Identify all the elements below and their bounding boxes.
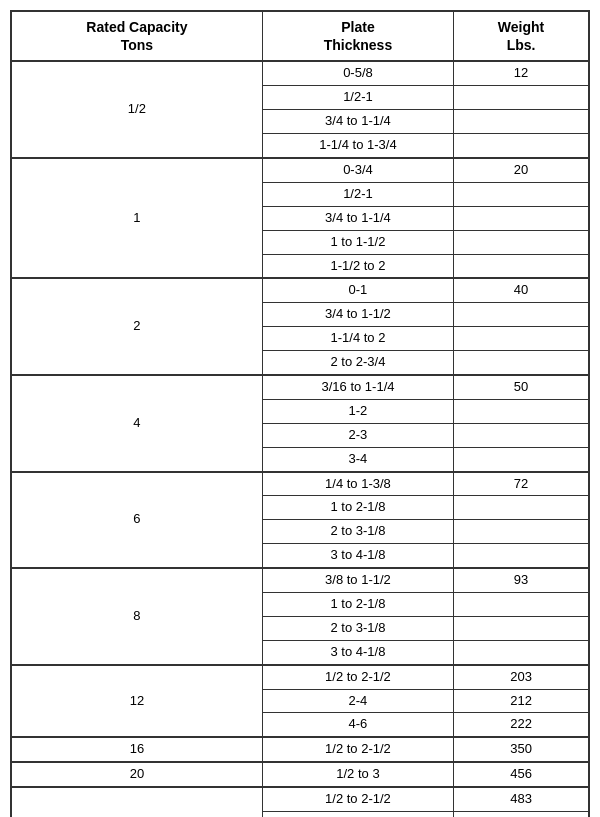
weight-cell (454, 592, 589, 616)
weight-cell (454, 254, 589, 278)
weight-cell: 50 (454, 375, 589, 399)
weight-cell: 222 (454, 713, 589, 737)
thickness-cell: 1-1/4 to 1-3/4 (262, 134, 453, 158)
weight-cell (454, 182, 589, 206)
capacity-cell: 4 (11, 375, 262, 472)
weight-cell: 212 (454, 689, 589, 713)
weight-cell: 483 (454, 787, 589, 811)
thickness-cell: 3/4 to 1-1/4 (262, 110, 453, 134)
weight-cell (454, 447, 589, 471)
thickness-cell: 1/2-1 (262, 86, 453, 110)
weight-cell (454, 496, 589, 520)
weight-cell: 495 (454, 811, 589, 817)
header-weight: WeightLbs. (454, 11, 589, 61)
thickness-cell: 2-4 (262, 689, 453, 713)
capacity-cell: 6 (11, 472, 262, 569)
weight-cell (454, 327, 589, 351)
capacity-cell: 12 (11, 665, 262, 738)
weight-cell: 20 (454, 158, 589, 182)
weight-cell (454, 86, 589, 110)
weight-cell (454, 544, 589, 568)
thickness-cell: 3/16 to 1-1/4 (262, 375, 453, 399)
thickness-cell: 1/2 to 2-1/2 (262, 787, 453, 811)
thickness-cell: 3-4 (262, 447, 453, 471)
thickness-cell: 4-6 (262, 713, 453, 737)
thickness-cell: 0-5/8 (262, 61, 453, 85)
weight-cell: 72 (454, 472, 589, 496)
weight-cell (454, 520, 589, 544)
capacity-cell: 25 (11, 787, 262, 817)
thickness-cell: 1 to 2-1/8 (262, 496, 453, 520)
thickness-cell: 0-3/4 (262, 158, 453, 182)
thickness-cell: 2 to 3-1/8 (262, 616, 453, 640)
weight-cell: 350 (454, 737, 589, 762)
weight-cell (454, 134, 589, 158)
thickness-cell: 1/4 to 1-3/8 (262, 472, 453, 496)
weight-cell: 456 (454, 762, 589, 787)
weight-cell: 203 (454, 665, 589, 689)
capacity-cell: 20 (11, 762, 262, 787)
thickness-cell: 3 to 4-1/8 (262, 640, 453, 664)
thickness-cell: 1/2 to 2-1/2 (262, 737, 453, 762)
thickness-cell: 0-1 (262, 278, 453, 302)
thickness-cell: 3 to 4-1/8 (262, 544, 453, 568)
header-thickness: PlateThickness (262, 11, 453, 61)
thickness-cell: 3-5 (262, 811, 453, 817)
thickness-cell: 2 to 2-3/4 (262, 351, 453, 375)
weight-cell (454, 399, 589, 423)
capacity-table: Rated CapacityTons PlateThickness Weight… (10, 10, 590, 817)
thickness-cell: 1-2 (262, 399, 453, 423)
weight-cell (454, 616, 589, 640)
capacity-cell: 1/2 (11, 61, 262, 158)
weight-cell (454, 206, 589, 230)
weight-cell (454, 230, 589, 254)
thickness-cell: 1 to 2-1/8 (262, 592, 453, 616)
weight-cell: 93 (454, 568, 589, 592)
thickness-cell: 1/2-1 (262, 182, 453, 206)
table-wrapper: Rated CapacityTons PlateThickness Weight… (10, 10, 590, 817)
weight-cell (454, 351, 589, 375)
thickness-cell: 1/2 to 3 (262, 762, 453, 787)
thickness-cell: 1 to 1-1/2 (262, 230, 453, 254)
weight-cell (454, 110, 589, 134)
thickness-cell: 3/8 to 1-1/2 (262, 568, 453, 592)
thickness-cell: 3/4 to 1-1/4 (262, 206, 453, 230)
weight-cell (454, 640, 589, 664)
capacity-cell: 2 (11, 278, 262, 375)
header-capacity: Rated CapacityTons (11, 11, 262, 61)
weight-cell (454, 303, 589, 327)
capacity-cell: 16 (11, 737, 262, 762)
thickness-cell: 1/2 to 2-1/2 (262, 665, 453, 689)
weight-cell: 40 (454, 278, 589, 302)
thickness-cell: 1-1/2 to 2 (262, 254, 453, 278)
weight-cell: 12 (454, 61, 589, 85)
weight-cell (454, 423, 589, 447)
thickness-cell: 1-1/4 to 2 (262, 327, 453, 351)
thickness-cell: 3/4 to 1-1/2 (262, 303, 453, 327)
thickness-cell: 2-3 (262, 423, 453, 447)
capacity-cell: 1 (11, 158, 262, 278)
thickness-cell: 2 to 3-1/8 (262, 520, 453, 544)
capacity-cell: 8 (11, 568, 262, 665)
